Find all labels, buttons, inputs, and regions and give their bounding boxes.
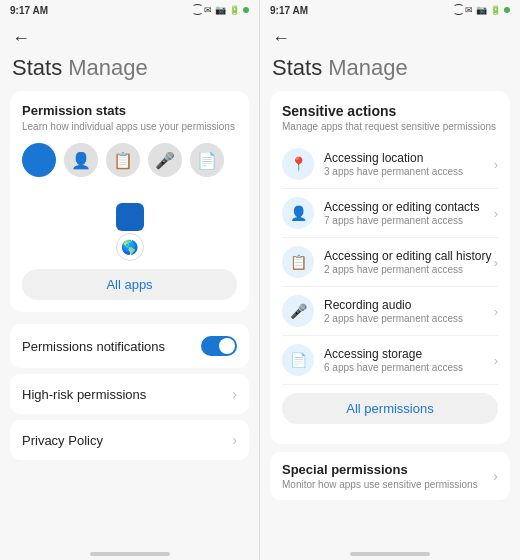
contacts-chevron: ›	[494, 206, 498, 221]
permissions-notifications-label: Permissions notifications	[22, 339, 165, 354]
status-icons-right: ⁐ ✉ 📷 🔋	[455, 5, 510, 15]
card-title: Permission stats	[22, 103, 237, 118]
location-icon: 📍	[282, 148, 314, 180]
status-bar-left: 9:17 AM ⁐ ✉ 📷 🔋	[0, 0, 259, 20]
sensitive-title: Sensitive actions	[282, 103, 498, 119]
card-subtitle: Learn how individual apps use your permi…	[22, 120, 237, 133]
storage-name: Accessing storage	[324, 347, 494, 363]
signal-dot	[243, 7, 249, 13]
signal-dot-right	[504, 7, 510, 13]
perm-calls[interactable]: 📋 Accessing or editing call history 2 ap…	[282, 238, 498, 287]
high-risk-chevron: ›	[232, 386, 237, 402]
left-panel: 9:17 AM ⁐ ✉ 📷 🔋 ← Stats Manage Permissio…	[0, 0, 260, 560]
all-permissions-button[interactable]: All permissions	[282, 393, 498, 424]
status-bar-right: 9:17 AM ⁐ ✉ 📷 🔋	[260, 0, 520, 20]
sensitive-subtitle: Manage apps that request sensitive permi…	[282, 121, 498, 132]
bottom-bar-left	[90, 552, 170, 556]
privacy-policy-label: Privacy Policy	[22, 433, 103, 448]
calls-name: Accessing or editing call history	[324, 249, 494, 265]
app-icon-blue	[116, 203, 144, 231]
contacts-desc: 7 apps have permanent access	[324, 215, 494, 226]
special-permissions-section[interactable]: Special permissions Monitor how apps use…	[270, 452, 510, 500]
status-icons-left: ⁐ ✉ 📷 🔋	[194, 5, 249, 15]
special-title: Special permissions	[282, 462, 478, 477]
location-desc: 3 apps have permanent access	[324, 166, 494, 177]
contacts-name: Accessing or editing contacts	[324, 200, 494, 216]
back-button-right[interactable]: ←	[260, 20, 520, 53]
audio-icon: 🎤	[282, 295, 314, 327]
all-apps-button[interactable]: All apps	[22, 269, 237, 300]
perm-icon-calls[interactable]: 📋	[106, 143, 140, 177]
perm-icon-contact[interactable]: 👤	[64, 143, 98, 177]
content-left: Permission stats Learn how individual ap…	[0, 91, 259, 546]
perm-audio[interactable]: 🎤 Recording audio 2 apps have permanent …	[282, 287, 498, 336]
bottom-bar-right	[350, 552, 430, 556]
time-left: 9:17 AM	[10, 5, 48, 16]
special-subtitle: Monitor how apps use sensitive permissio…	[282, 479, 478, 490]
audio-chevron: ›	[494, 304, 498, 319]
content-right: Sensitive actions Manage apps that reque…	[260, 91, 520, 546]
audio-name: Recording audio	[324, 298, 494, 314]
location-chevron: ›	[494, 157, 498, 172]
permissions-notifications-row[interactable]: Permissions notifications	[10, 324, 249, 368]
back-button[interactable]: ←	[0, 20, 259, 53]
privacy-policy-row[interactable]: Privacy Policy ›	[10, 420, 249, 460]
calls-icon: 📋	[282, 246, 314, 278]
perm-icon-location[interactable]: 👤	[22, 143, 56, 177]
storage-desc: 6 apps have permanent access	[324, 362, 494, 373]
storage-icon: 📄	[282, 344, 314, 376]
app-icon-google: 🌎	[116, 233, 144, 261]
permission-stats-card: Permission stats Learn how individual ap…	[10, 91, 249, 312]
right-panel: 9:17 AM ⁐ ✉ 📷 🔋 ← Stats Manage Sensitive…	[260, 0, 520, 560]
perm-icon-storage[interactable]: 📄	[190, 143, 224, 177]
permissions-toggle[interactable]	[201, 336, 237, 356]
perm-icon-mic[interactable]: 🎤	[148, 143, 182, 177]
calls-desc: 2 apps have permanent access	[324, 264, 494, 275]
location-name: Accessing location	[324, 151, 494, 167]
perm-storage[interactable]: 📄 Accessing storage 6 apps have permanen…	[282, 336, 498, 385]
calls-chevron: ›	[494, 255, 498, 270]
high-risk-label: High-risk permissions	[22, 387, 146, 402]
contacts-icon: 👤	[282, 197, 314, 229]
audio-desc: 2 apps have permanent access	[324, 313, 494, 324]
page-title-right: Stats Manage	[260, 53, 520, 91]
perm-location[interactable]: 📍 Accessing location 3 apps have permane…	[282, 140, 498, 189]
apps-visual: 🌎	[22, 189, 237, 269]
storage-chevron: ›	[494, 353, 498, 368]
high-risk-row[interactable]: High-risk permissions ›	[10, 374, 249, 414]
perm-contacts[interactable]: 👤 Accessing or editing contacts 7 apps h…	[282, 189, 498, 238]
perm-icons-row: 👤 👤 📋 🎤 📄	[22, 143, 237, 177]
privacy-policy-chevron: ›	[232, 432, 237, 448]
special-chevron: ›	[493, 468, 498, 484]
time-right: 9:17 AM	[270, 5, 308, 16]
page-title-left: Stats Manage	[0, 53, 259, 91]
sensitive-actions-card: Sensitive actions Manage apps that reque…	[270, 91, 510, 444]
